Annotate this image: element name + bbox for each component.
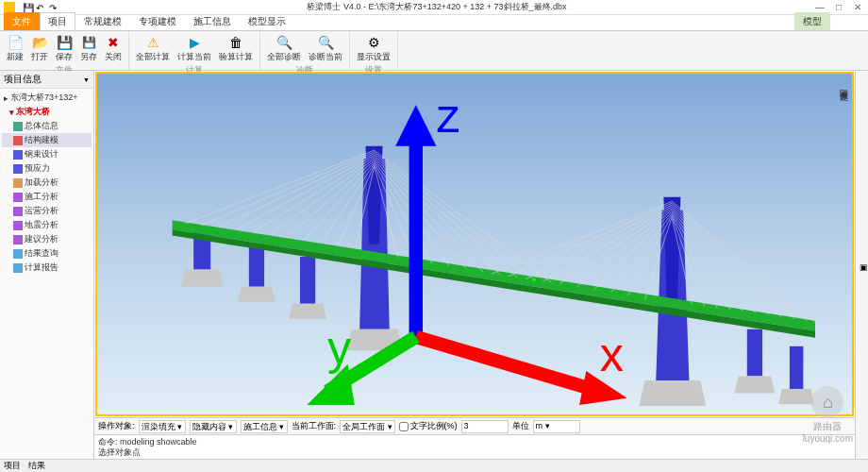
text-scale-field[interactable]: 3 [461,420,509,433]
open-button[interactable]: 打开 [28,33,51,64]
warn-button-label: 全部计算 [136,51,170,63]
tree-operate-icon [13,207,23,216]
qat-redo-icon[interactable]: ↷ [49,3,58,12]
quick-access-toolbar: 💾 ↶ ↷ [23,3,58,12]
diag-icon [317,34,334,51]
clear-button[interactable]: 验算计算 [216,33,256,64]
tree-general-info-label: 总体信息 [25,120,58,132]
status-tab-project[interactable]: 项目 [4,460,21,472]
tree-report[interactable]: 计算报告 [2,261,92,275]
close-button-label: 关闭 [105,51,122,63]
command-area[interactable]: 命令: modeling showcable 选择对象点 [94,434,855,459]
construct-info-dropdown[interactable]: 施工信息 [241,420,288,433]
diag-all-button[interactable]: 全部诊断 [264,33,304,64]
tree-bridge-root[interactable]: ▾ 东湾大桥 [2,105,92,119]
tree-steel-label: 钢束设计 [25,148,58,160]
tree-seismic[interactable]: 地震分析 [2,218,92,232]
ribbon-tab-3[interactable]: 施工信息 [185,12,240,30]
file-group: 新建打开保存另存关闭文件 [0,31,129,70]
file-tab[interactable]: 文件 [4,12,40,30]
3d-viewport[interactable]: 隔离 复原 z x y [95,72,854,416]
app-icon [4,2,15,13]
hide-content-dropdown[interactable]: 隐藏内容 [190,420,237,433]
clear-button-label: 验算计算 [219,51,253,63]
tree-construct-icon [13,193,23,202]
saveas-icon [80,34,97,51]
window-controls: — □ ✕ [815,2,862,12]
save-button[interactable]: 保存 [53,33,75,64]
open-button-label: 打开 [31,51,48,63]
tree-steel[interactable]: 钢束设计 [2,147,92,161]
current-workplane-dropdown[interactable]: 全局工作面 [340,420,395,433]
saveas-button[interactable]: 另存 [77,33,100,64]
close-window-button[interactable]: ✕ [853,2,862,12]
viewport-container: 隔离 复原 z x y 操作对象: 渲染填充 隐藏内容 施工信息 当前工作面: … [94,71,855,459]
close-icon [105,34,122,51]
project-tree: ▸ 东湾大桥73+132+ ▾ 东湾大桥 总体信息结构建模钢束设计预应力加载分析… [0,89,93,459]
text-scale-toggle[interactable]: 文字比例(%) [399,420,458,432]
tree-check-label: 建议分析 [25,233,58,245]
save-button-label: 保存 [56,51,73,63]
sidebar-title: 项目信息 [0,71,93,89]
ribbon-tab-2[interactable]: 专项建模 [130,12,185,30]
new-icon [7,34,24,51]
svg-text:x: x [600,328,624,381]
status-tab-results[interactable]: 结果 [28,460,45,472]
minimize-button[interactable]: — [815,2,825,12]
tree-general-info[interactable]: 总体信息 [2,119,92,133]
tree-load-icon [13,178,23,188]
calc-button-label: 计算当前 [177,51,211,63]
tree-seismic-label: 地震分析 [25,219,58,231]
tree-prestress-label: 预应力 [25,162,50,175]
command-prompt-line: 选择对象点 [98,447,851,458]
tree-results[interactable]: 结果查询 [2,246,92,261]
tree-seismic-icon [13,221,23,230]
close-button[interactable]: 关闭 [102,33,125,64]
tree-check[interactable]: 建议分析 [2,232,92,246]
project-sidebar: 项目信息 ▸ 东湾大桥73+132+ ▾ 东湾大桥 总体信息结构建模钢束设计预应… [0,71,94,459]
viewport-options-bar: 操作对象: 渲染填充 隐藏内容 施工信息 当前工作面: 全局工作面 文字比例(%… [94,417,855,434]
display-set-button[interactable]: 显示设置 [354,33,393,64]
right-strip-btn-0[interactable]: ▣ [859,262,868,272]
ribbon-tab-0[interactable]: 项目 [40,12,75,30]
diag-cur-button[interactable]: 诊断当前 [306,33,345,64]
tree-structure[interactable]: 结构建模 [2,133,92,147]
saveas-button-label: 另存 [80,51,97,63]
tree-steel-icon [13,150,23,160]
ribbon-tab-1[interactable]: 常规建模 [75,12,130,30]
svg-line-63 [416,337,600,392]
tree-load[interactable]: 加载分析 [2,176,92,190]
contextual-model-tab[interactable]: 模型 [794,12,830,30]
clear-icon [227,34,244,51]
tree-structure-label: 结构建模 [25,134,58,146]
tree-prestress[interactable]: 预应力 [2,161,92,176]
new-button[interactable]: 新建 [4,33,26,64]
work-area: 项目信息 ▸ 东湾大桥73+132+ ▾ 东湾大桥 总体信息结构建模钢束设计预应… [0,71,868,459]
svg-text:y: y [327,321,352,375]
tree-results-label: 结果查询 [25,247,58,260]
ribbon-tab-4[interactable]: 模型显示 [240,12,294,30]
op-target-dropdown[interactable]: 渲染填充 [139,420,186,433]
warn-button[interactable]: 全部计算 [133,33,173,64]
tree-construct[interactable]: 施工分析 [2,190,92,204]
status-bar: 项目 结果 [0,459,868,472]
save-icon [56,34,73,51]
maximize-button[interactable]: □ [834,2,843,12]
tree-construct-label: 施工分析 [25,191,58,203]
tree-operate[interactable]: 运营分析 [2,204,92,218]
qat-undo-icon[interactable]: ↶ [36,3,45,12]
new-button-label: 新建 [7,51,24,63]
display-set-button-label: 显示设置 [357,51,391,63]
set-icon [365,34,382,51]
qat-save-icon[interactable]: 💾 [23,3,32,12]
tree-load-label: 加载分析 [25,177,58,189]
unit-dropdown[interactable]: m [533,420,580,433]
tree-check-icon [13,235,23,244]
svg-text:z: z [436,89,459,143]
tree-structure-icon [13,136,23,145]
open-icon [31,34,48,51]
ribbon-tabs: 文件 项目常规建模专项建模施工信息模型显示模型 [0,15,868,31]
tree-root[interactable]: ▸ 东湾大桥73+132+ [2,91,92,105]
calc-button[interactable]: 计算当前 [175,33,214,64]
diag-icon [275,34,292,51]
